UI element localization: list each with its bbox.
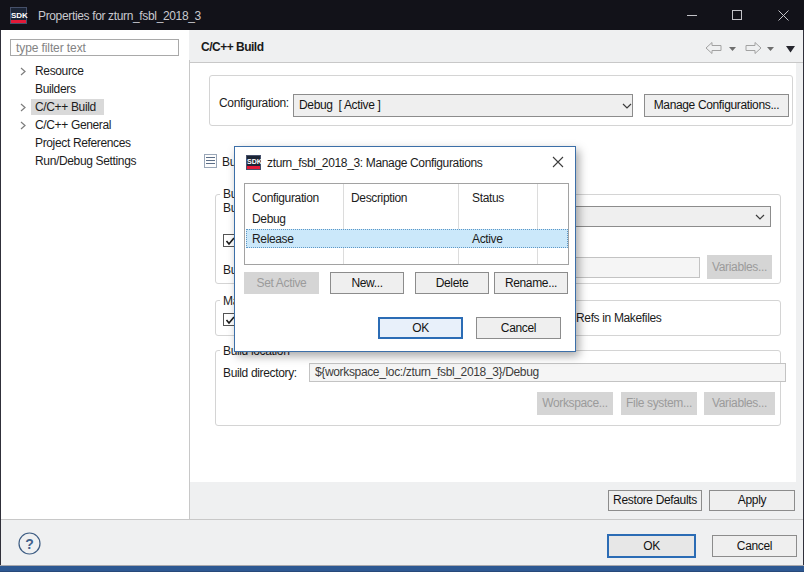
svg-text:?: ? bbox=[25, 536, 34, 552]
